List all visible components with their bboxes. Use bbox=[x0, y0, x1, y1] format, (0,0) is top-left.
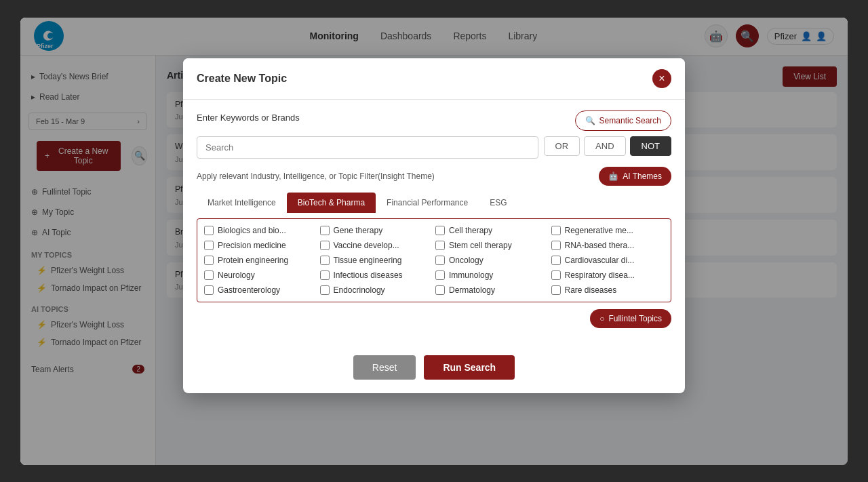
checkbox-item[interactable]: Infectious diseases bbox=[320, 270, 433, 280]
checkbox-item[interactable]: Oncology bbox=[435, 256, 549, 265]
checkbox-item[interactable]: Cell therapy bbox=[435, 226, 549, 235]
tab-financial-performance[interactable]: Financial Performance bbox=[376, 193, 479, 213]
checkbox-1[interactable] bbox=[320, 226, 330, 235]
checkbox-item[interactable]: Protein engineering bbox=[204, 256, 317, 265]
checkbox-item[interactable]: Immunology bbox=[435, 270, 549, 280]
semantic-search-button[interactable]: 🔍 Semantic Search bbox=[575, 111, 671, 131]
checkbox-5[interactable] bbox=[320, 241, 330, 250]
filter-label: Apply relevant Industry, Intelligence, o… bbox=[197, 172, 435, 181]
modal-footer: Reset Run Search bbox=[183, 347, 685, 393]
checkbox-item[interactable]: Endocrinology bbox=[320, 285, 433, 295]
search-row: OR AND NOT bbox=[197, 136, 671, 159]
checkbox-item[interactable]: Vaccine develop... bbox=[320, 241, 433, 250]
not-button[interactable]: NOT bbox=[630, 136, 671, 156]
ai-themes-button[interactable]: 🤖 AI Themes bbox=[599, 167, 671, 186]
tab-market-intelligence[interactable]: Market Intelligence bbox=[197, 193, 287, 213]
search-label: Enter Keywords or Brands bbox=[197, 113, 300, 123]
modal-body: Enter Keywords or Brands 🔍 Semantic Sear… bbox=[183, 100, 685, 347]
checkbox-item[interactable]: Neurology bbox=[204, 270, 317, 280]
modal-title: Create New Topic bbox=[197, 73, 287, 85]
checkbox-6[interactable] bbox=[435, 241, 445, 250]
filter-row: Apply relevant Industry, Intelligence, o… bbox=[197, 167, 671, 186]
checkbox-grid: Biologics and bio...Gene therapyCell the… bbox=[197, 218, 671, 302]
checkbox-item[interactable]: Biologics and bio... bbox=[204, 226, 317, 235]
checkbox-item[interactable]: Regenerative me... bbox=[551, 226, 665, 235]
checkbox-10[interactable] bbox=[435, 256, 445, 265]
checkbox-14[interactable] bbox=[435, 270, 445, 280]
checkbox-item[interactable]: Gastroenterology bbox=[204, 285, 317, 295]
checkbox-11[interactable] bbox=[551, 256, 561, 265]
checkbox-item[interactable]: Stem cell therapy bbox=[435, 241, 549, 250]
search-input[interactable] bbox=[197, 136, 538, 159]
modal-overlay: Create New Topic × Enter Keywords or Bra… bbox=[20, 18, 848, 465]
checkbox-item[interactable]: Tissue engineering bbox=[320, 256, 433, 265]
checkbox-item[interactable]: Cardiovascular di... bbox=[551, 256, 665, 265]
and-button[interactable]: AND bbox=[584, 136, 625, 156]
filter-tabs: Market Intelligence BioTech & Pharma Fin… bbox=[197, 193, 671, 213]
checkbox-item[interactable]: Dermatology bbox=[435, 285, 549, 295]
checkbox-item[interactable]: Precision medicine bbox=[204, 241, 317, 250]
checkbox-item[interactable]: Rare diseases bbox=[551, 285, 665, 295]
checkbox-12[interactable] bbox=[204, 270, 214, 280]
ai-icon: 🤖 bbox=[608, 172, 618, 181]
checkbox-8[interactable] bbox=[204, 256, 214, 265]
fullintel-icon: ○ bbox=[599, 314, 604, 323]
tab-esg[interactable]: ESG bbox=[479, 193, 517, 213]
checkbox-7[interactable] bbox=[551, 241, 561, 250]
checkbox-16[interactable] bbox=[204, 285, 214, 295]
checkbox-2[interactable] bbox=[435, 226, 445, 235]
checkbox-4[interactable] bbox=[204, 241, 214, 250]
checkbox-3[interactable] bbox=[551, 226, 561, 235]
fullintel-topics-button[interactable]: ○ Fullintel Topics bbox=[590, 309, 671, 328]
checkbox-item[interactable]: Gene therapy bbox=[320, 226, 433, 235]
checkbox-item[interactable]: Respiratory disea... bbox=[551, 270, 665, 280]
checkbox-13[interactable] bbox=[320, 270, 330, 280]
create-topic-modal: Create New Topic × Enter Keywords or Bra… bbox=[183, 58, 685, 393]
modal-header: Create New Topic × bbox=[183, 58, 685, 100]
reset-button[interactable]: Reset bbox=[353, 355, 416, 380]
checkbox-18[interactable] bbox=[435, 285, 445, 295]
checkbox-15[interactable] bbox=[551, 270, 561, 280]
checkbox-9[interactable] bbox=[320, 256, 330, 265]
semantic-icon: 🔍 bbox=[585, 116, 595, 125]
checkbox-19[interactable] bbox=[551, 285, 561, 295]
checkbox-item[interactable]: RNA-based thera... bbox=[551, 241, 665, 250]
fullintel-row: ○ Fullintel Topics bbox=[197, 309, 671, 328]
checkbox-17[interactable] bbox=[320, 285, 330, 295]
boolean-row: OR AND NOT bbox=[544, 136, 671, 156]
tab-biotech-pharma[interactable]: BioTech & Pharma bbox=[287, 193, 376, 213]
run-search-button[interactable]: Run Search bbox=[424, 355, 515, 380]
or-button[interactable]: OR bbox=[544, 136, 580, 156]
modal-close-button[interactable]: × bbox=[652, 69, 671, 88]
checkbox-0[interactable] bbox=[204, 226, 214, 235]
